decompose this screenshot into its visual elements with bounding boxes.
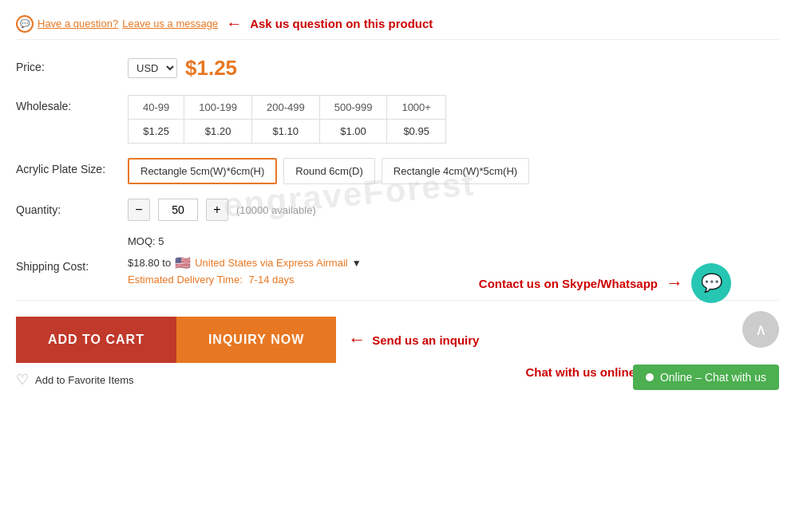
quantity-row: Quantity: − + (10000 available): [16, 199, 779, 221]
question-text[interactable]: Have a question?: [38, 18, 118, 30]
online-chat-text: Online – Chat with us: [660, 371, 766, 384]
size-options: Rectangle 5cm(W)*6cm(H) Round 6cm(D) Rec…: [128, 158, 779, 184]
inquiry-annotation: ← Send us an inquiry: [348, 329, 479, 350]
size-option-0[interactable]: Rectangle 5cm(W)*6cm(H): [128, 158, 277, 184]
add-to-cart-button[interactable]: ADD TO CART: [16, 317, 176, 363]
heart-icon: ♡: [16, 371, 29, 388]
quantity-wrap: − + (10000 available): [128, 199, 779, 221]
tier-0: 40-99: [129, 96, 184, 120]
inquiry-now-button[interactable]: INQUIRY NOW: [176, 317, 336, 363]
price-label: Price:: [16, 56, 128, 73]
price-tier-1: $1.20: [184, 120, 252, 144]
price-tier-2: $1.10: [251, 120, 319, 144]
flag-icon: 🇺🇸: [175, 255, 191, 270]
top-banner: 💬 Have a question? Leave us a message ← …: [16, 8, 779, 40]
inquiry-annotation-text: Send us an inquiry: [372, 333, 479, 347]
tier-3: 500-999: [319, 96, 387, 120]
shipping-destination-link[interactable]: United States via Express Airmail: [195, 257, 347, 269]
size-option-1[interactable]: Round 6cm(D): [283, 158, 375, 184]
wholesale-table: 40-99 100-199 200-499 500-999 1000+ $1.2…: [128, 95, 446, 144]
currency-select[interactable]: USD: [128, 58, 177, 78]
chat-icon-wrap: 💬 Have a question? Leave us a message: [16, 15, 218, 33]
contact-annotation-text: Contact us on Skype/Whatsapp: [479, 277, 658, 290]
price-row: Price: USD $1.25: [16, 56, 779, 81]
price-content: USD $1.25: [128, 56, 779, 81]
favorite-text: Add to Favorite Items: [35, 374, 134, 386]
contact-arrow-icon: →: [666, 273, 683, 294]
shipping-label: Shipping Cost:: [16, 255, 128, 273]
buttons-row: ADD TO CART INQUIRY NOW ← Send us an inq…: [16, 317, 779, 363]
price-tier-0: $1.25: [129, 120, 184, 144]
size-option-2[interactable]: Rectangle 4cm(W)*5cm(H): [382, 158, 529, 184]
tier-2: 200-499: [251, 96, 319, 120]
chat-circle-icon: 💬: [701, 273, 722, 294]
quantity-label: Quantity:: [16, 199, 128, 216]
leave-message-link[interactable]: Leave us a message: [122, 18, 218, 30]
wholesale-content: 40-99 100-199 200-499 500-999 1000+ $1.2…: [128, 95, 779, 144]
banner-arrow-icon: ←: [226, 14, 242, 33]
ask-text: Ask us question on this product: [250, 17, 433, 30]
inquiry-arrow-icon: ←: [348, 329, 366, 350]
chat-bubble-icon: 💬: [16, 15, 34, 33]
quantity-increase-button[interactable]: +: [206, 199, 228, 221]
wholesale-row: Wholesale: 40-99 100-199 200-499 500-999…: [16, 95, 779, 144]
tier-4: 1000+: [387, 96, 446, 120]
online-dot-icon: [646, 373, 654, 381]
available-text: (10000 available): [236, 204, 316, 216]
price-tier-3: $1.00: [319, 120, 387, 144]
quantity-decrease-button[interactable]: −: [128, 199, 150, 221]
skype-whatsapp-button[interactable]: 💬: [691, 263, 731, 303]
acrylic-content: Rectangle 5cm(W)*6cm(H) Round 6cm(D) Rec…: [128, 158, 779, 184]
contact-annotation: Contact us on Skype/Whatsapp → 💬: [479, 263, 731, 303]
quantity-content: − + (10000 available): [128, 199, 779, 221]
moq-text: MOQ: 5: [128, 235, 779, 247]
scroll-to-top-button[interactable]: ∧: [742, 311, 779, 348]
price-tier-4: $0.95: [387, 120, 446, 144]
shipping-dropdown-icon[interactable]: ▼: [352, 258, 362, 269]
quantity-input[interactable]: [158, 199, 198, 221]
shipping-cost: $18.80 to: [128, 257, 171, 269]
price-value: $1.25: [185, 56, 237, 81]
acrylic-label: Acrylic Plate Size:: [16, 158, 128, 175]
online-chat-button[interactable]: Online – Chat with us: [633, 365, 779, 390]
scroll-top-icon: ∧: [755, 320, 767, 339]
delivery-time-value: 7-14 days: [248, 274, 294, 286]
wholesale-label: Wholesale:: [16, 95, 128, 112]
acrylic-size-row: Acrylic Plate Size: Rectangle 5cm(W)*6cm…: [16, 158, 779, 184]
delivery-label: Estimated Delivery Time:: [128, 274, 243, 286]
chat-online-annotation-text: Chat with us online: [526, 365, 636, 379]
tier-1: 100-199: [184, 96, 252, 120]
